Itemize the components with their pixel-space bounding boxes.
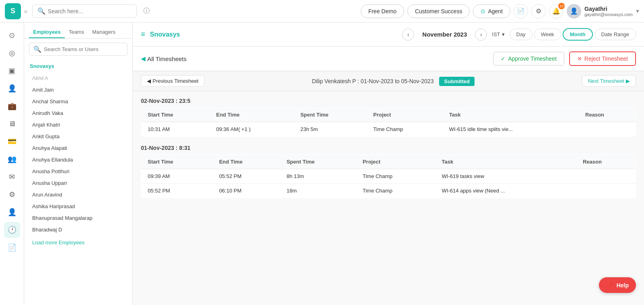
sidebar-item-user2[interactable]: 👤 [4, 204, 20, 220]
back-to-timesheets-button[interactable]: ◀ All Timesheets [141, 55, 187, 62]
cell-task: WI-619 tasks view [436, 169, 576, 184]
employee-panel: Employees Teams Managers 🔍 Snovasys Akhi… [24, 23, 133, 305]
settings-icon-btn[interactable]: ⚙ [531, 4, 546, 18]
main-content: ≡ Snovasys ‹ November 2023 › IST ▾ Day W… [133, 23, 644, 305]
sidebar-item-globe[interactable]: ◎ [4, 45, 20, 61]
next-month-button[interactable]: › [475, 29, 487, 41]
expand-icon[interactable]: » [24, 8, 27, 14]
user-section[interactable]: 👤 Gayathri gayathri@snovasys.com ▾ [567, 4, 639, 18]
list-item[interactable]: Arun Aravind [24, 189, 132, 201]
cell-reason [576, 169, 636, 184]
col-project: Project [367, 108, 442, 122]
list-item[interactable]: Anirudh Vaka [24, 107, 132, 119]
prev-month-button[interactable]: ‹ [402, 29, 414, 41]
date-section-2: 01-Nov-2023 : 8:31 Start Time End Time S… [141, 145, 636, 198]
month-view-button[interactable]: Month [563, 28, 593, 41]
search-teams-input[interactable] [44, 46, 123, 52]
col-start-time: Start Time [141, 155, 213, 169]
list-item[interactable]: Anuhya Ellandula [24, 154, 132, 166]
cell-project: Time Champ [356, 169, 436, 184]
load-more-button[interactable]: Load more Employees [24, 235, 132, 250]
document-icon: 📄 [517, 7, 525, 15]
sidebar-item-settings[interactable]: ⚙ [4, 186, 20, 203]
prev-timesheet-button[interactable]: ◀ Previous Timesheet [141, 75, 204, 87]
tab-teams[interactable]: Teams [65, 27, 88, 38]
search-input[interactable] [48, 8, 132, 14]
date-label-2: 01-Nov-2023 : 8:31 [141, 145, 636, 151]
agent-button[interactable]: ⊙ Agent [473, 4, 510, 18]
chevron-down-icon: ▾ [636, 7, 639, 15]
sidebar-item-doc[interactable]: 📄 [4, 239, 20, 256]
cell-end-time: 09:36 AM( +1 ) [210, 122, 294, 137]
free-demo-button[interactable]: Free Demo [361, 4, 404, 18]
info-icon[interactable]: ⓘ [143, 7, 150, 15]
date-range-button[interactable]: Date Range [594, 29, 636, 40]
cell-reason [576, 184, 636, 198]
tab-managers[interactable]: Managers [88, 27, 120, 38]
list-item[interactable]: Anjali Khatri [24, 119, 132, 131]
prev-arrow-icon: ◀ [147, 78, 151, 84]
table-row: 10:31 AM 09:36 AM( +1 ) 23h 5m Time Cham… [141, 122, 636, 137]
ts-title: Dilip Venkatesh P : 01-Nov-2023 to 05-No… [204, 78, 582, 84]
timesheet-table-1: Start Time End Time Spent Time Project T… [141, 107, 636, 137]
date-label-1: 02-Nov-2023 : 23:5 [141, 98, 636, 104]
notification-badge: 15 [558, 3, 565, 9]
day-view-button[interactable]: Day [510, 29, 533, 40]
notification-icon-btn[interactable]: 🔔 15 [549, 4, 564, 18]
tab-employees[interactable]: Employees [29, 27, 65, 38]
left-sidebar: ⊙ ◎ ▣ 👤 💼 🖥 💳 👥 ✉ ⚙ 👤 🕐 📄 [0, 23, 24, 305]
x-icon: ✕ [577, 55, 582, 62]
back-arrow-icon: ◀ [141, 55, 146, 62]
view-toggle: Day Week Month Date Range [510, 28, 636, 41]
menu-icon[interactable]: ≡ [141, 30, 145, 39]
sidebar-item-tv[interactable]: ▣ [4, 63, 20, 79]
panel-group-label: Snovasys [24, 60, 132, 72]
sidebar-item-monitor[interactable]: 🖥 [4, 116, 20, 132]
list-item[interactable]: Anusha Potthuri [24, 166, 132, 177]
sidebar-item-person[interactable]: 👤 [4, 80, 20, 96]
sidebar-item-clock[interactable]: 🕐 [4, 222, 20, 238]
panel-tabs: Employees Teams Managers [24, 23, 132, 39]
search-icon: 🔍 [37, 7, 45, 15]
col-spent-time: Spent Time [280, 155, 356, 169]
user-name: Gayathri [584, 6, 633, 12]
cell-end-time: 06:10 PM [213, 184, 280, 198]
next-timesheet-button[interactable]: Next Timesheet ▶ [582, 75, 636, 87]
col-task: Task [443, 108, 579, 122]
sidebar-item-mail[interactable]: ✉ [4, 169, 20, 185]
table-row: 09:39 AM 05:52 PM 8h 13m Time Champ WI-6… [141, 169, 636, 184]
customer-success-button[interactable]: Customer Success [407, 4, 470, 18]
approve-timesheet-button[interactable]: ✓ Approve Timesheet [493, 52, 564, 66]
date-section-1: 02-Nov-2023 : 23:5 Start Time End Time S… [141, 98, 636, 137]
list-item[interactable]: Anchal Sharma [24, 96, 132, 107]
col-spent-time: Spent Time [294, 108, 367, 122]
document-icon-btn[interactable]: 📄 [514, 4, 528, 18]
list-item[interactable]: Bharadwaj D [24, 224, 132, 235]
list-item[interactable]: Akhil A [24, 72, 132, 84]
cell-start-time: 05:52 PM [141, 184, 213, 198]
sidebar-item-card[interactable]: 💳 [4, 133, 20, 149]
list-item[interactable]: Amit Jain [24, 84, 132, 96]
timezone-selector[interactable]: IST ▾ [492, 31, 504, 37]
week-view-button[interactable]: Week [534, 29, 561, 40]
action-bar: ◀ All Timesheets ✓ Approve Timesheet ✕ R… [133, 47, 644, 71]
check-icon: ✓ [501, 55, 506, 62]
list-item[interactable]: Ankit Gupta [24, 131, 132, 142]
list-item[interactable]: Bhanuprasad Mangalarap [24, 212, 132, 224]
search-box[interactable]: 🔍 [32, 4, 137, 18]
col-project: Project [356, 155, 436, 169]
sidebar-item-team[interactable]: 👥 [4, 151, 20, 167]
list-item[interactable]: Anusha Uppari [24, 177, 132, 189]
list-item[interactable]: Ashika Hariprasad [24, 201, 132, 212]
list-item[interactable]: Anuhya Alapati [24, 142, 132, 154]
sidebar-item-briefcase[interactable]: 💼 [4, 98, 20, 114]
chevron-down-icon: ▾ [502, 31, 505, 37]
sidebar-item-home[interactable]: ⊙ [4, 27, 20, 43]
reject-timesheet-button[interactable]: ✕ Reject Timesheet [569, 51, 636, 66]
help-button[interactable]: ❓ Help [599, 277, 636, 293]
logo: S [5, 3, 21, 19]
col-end-time: End Time [213, 155, 280, 169]
panel-search[interactable]: 🔍 [29, 43, 128, 56]
cell-spent-time: 23h 5m [294, 122, 367, 137]
col-reason: Reason [576, 155, 636, 169]
